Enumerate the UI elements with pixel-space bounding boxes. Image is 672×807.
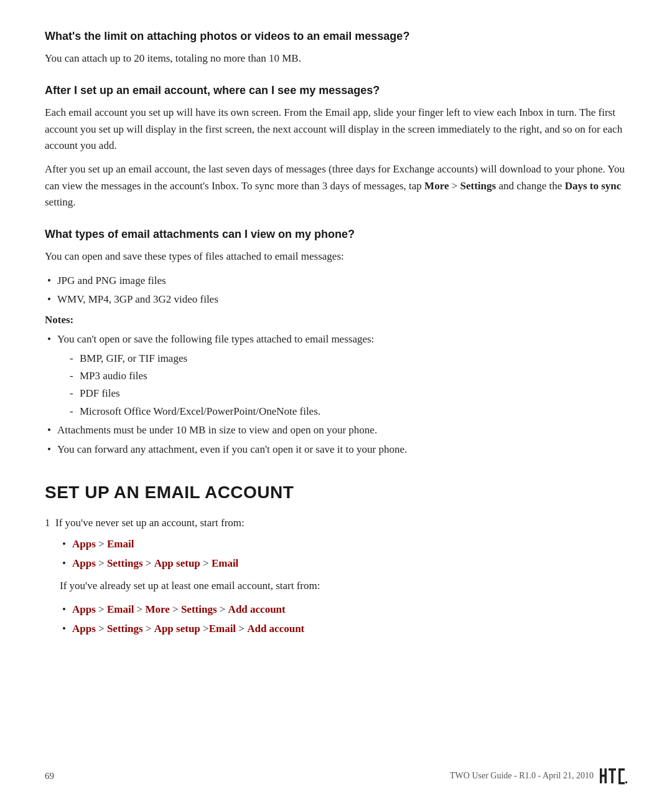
page-footer: 69 TWO User Guide - R1.0 - April 21, 201… [45, 767, 627, 785]
step-1-bullets-never: Apps > Email Apps > Settings > App setup… [60, 536, 627, 572]
footer-right: TWO User Guide - R1.0 - April 21, 2010 [450, 767, 627, 785]
svg-rect-4 [611, 768, 614, 783]
text-email-account-2: After you set up an email account, the l… [45, 161, 627, 210]
add-account-link-2: Add account [247, 623, 304, 635]
setup-section-title: SET UP AN EMAIL ACCOUNT [45, 483, 627, 503]
step-1: 1 If you've never set up an account, sta… [45, 515, 627, 531]
footer-guide-text: TWO User Guide - R1.0 - April 21, 2010 [450, 771, 594, 781]
sub-item-office: Microsoft Office Word/Excel/PowerPoint/O… [57, 404, 627, 420]
apps-link-1: Apps [72, 538, 96, 550]
already-bullet-1: Apps > Email > More > Settings > Add acc… [60, 602, 627, 618]
email-link-3: Email [107, 603, 134, 615]
svg-rect-2 [600, 775, 607, 777]
never-bullets: Apps > Email Apps > Settings > App setup… [60, 536, 627, 572]
note-item-3: You can forward any attachment, even if … [45, 441, 627, 458]
page-container: What's the limit on attaching photos or … [0, 0, 672, 807]
file-types-list: JPG and PNG image files WMV, MP4, 3GP an… [45, 273, 627, 308]
settings-link-2: Settings [181, 603, 217, 615]
sub-item-mp3: MP3 audio files [57, 368, 627, 384]
email-link-1: Email [107, 538, 134, 550]
settings-link-3: Settings [107, 623, 143, 635]
notes-label: Notes: [45, 314, 627, 326]
app-setup-link-2: App setup [154, 623, 200, 635]
svg-rect-5 [625, 781, 627, 783]
never-bullet-1: Apps > Email [60, 536, 627, 552]
list-item-wmv: WMV, MP4, 3GP and 3G2 video files [45, 291, 627, 308]
bold-more: More [424, 180, 449, 192]
bold-days-to-sync: Days to sync [565, 180, 622, 192]
note-item-1: You can't open or save the following fil… [45, 331, 627, 420]
sub-list-filetypes: BMP, GIF, or TIF images MP3 audio files … [57, 351, 627, 420]
htc-logo-svg [600, 767, 627, 785]
list-item-jpg: JPG and PNG image files [45, 273, 627, 289]
page-number: 69 [45, 771, 54, 781]
app-setup-link-1: App setup [154, 557, 200, 569]
already-intro-text: If you've already set up at least one em… [60, 578, 627, 594]
already-bullets: Apps > Email > More > Settings > Add acc… [60, 602, 627, 637]
step-1-bullets-already: Apps > Email > More > Settings > Add acc… [60, 602, 627, 637]
more-link-1: More [145, 603, 169, 615]
already-bullet-2: Apps > Settings > App setup >Email > Add… [60, 621, 627, 637]
apps-link-4: Apps [72, 623, 96, 635]
heading-email-attachments: What types of email attachments can I vi… [45, 228, 627, 241]
apps-link-3: Apps [72, 603, 96, 615]
step-number-1: 1 [45, 517, 50, 529]
settings-link-1: Settings [107, 557, 143, 569]
sub-item-bmp: BMP, GIF, or TIF images [57, 351, 627, 367]
heading-email-account-messages: After I set up an email account, where c… [45, 84, 627, 97]
sub-item-pdf: PDF files [57, 385, 627, 402]
never-bullet-2: Apps > Settings > App setup > Email [60, 555, 627, 572]
text-email-account-1: Each email account you set up will have … [45, 105, 627, 154]
notes-list: You can't open or save the following fil… [45, 331, 627, 457]
heading-photos-limit: What's the limit on attaching photos or … [45, 30, 627, 43]
apps-link-2: Apps [72, 557, 96, 569]
note-item-2: Attachments must be under 10 MB in size … [45, 422, 627, 438]
email-link-2: Email [212, 557, 238, 569]
htc-logo [600, 767, 627, 785]
email-link-4: Email [209, 623, 236, 635]
add-account-link-1: Add account [228, 603, 286, 615]
bold-settings: Settings [460, 180, 497, 192]
text-attachments-intro: You can open and save these types of fil… [45, 248, 627, 265]
text-photos-limit: You can attach up to 20 items, totaling … [45, 50, 627, 67]
